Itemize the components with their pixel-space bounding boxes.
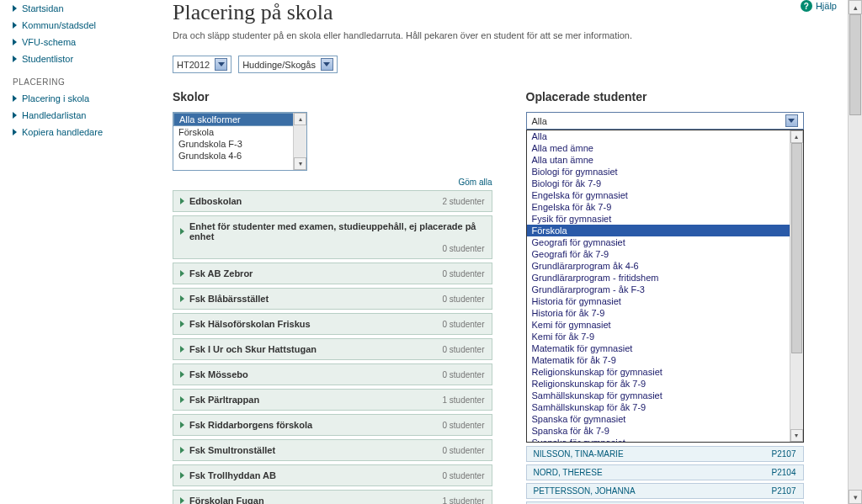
dropdown-option[interactable]: Biologi för åk 7-9 xyxy=(527,178,803,189)
sidebar-item[interactable]: Studentlistor xyxy=(13,50,147,67)
scroll-up-icon[interactable]: ▴ xyxy=(790,130,803,143)
school-row[interactable]: Fsk AB Zebror0 studenter xyxy=(173,263,492,284)
school-name: Fsk Mössebo xyxy=(189,369,248,379)
window-scrollbar[interactable]: ▴ ▾ xyxy=(848,0,862,504)
dropdown-scrollbar[interactable]: ▴ ▾ xyxy=(790,130,803,442)
school-row[interactable]: Edboskolan2 studenter xyxy=(173,190,492,212)
dropdown-option[interactable]: Religionskunskap för gymnasiet xyxy=(527,366,803,378)
sidebar-item[interactable]: VFU-schema xyxy=(13,34,147,50)
school-name: Fsk Pärltrappan xyxy=(189,395,259,405)
help-label: Hjälp xyxy=(816,1,837,11)
unplaced-column: Oplacerade studenter Alla AllaAlla med ä… xyxy=(526,90,846,504)
dropdown-option[interactable]: Kemi för åk 7-9 xyxy=(527,331,803,342)
school-row[interactable]: Fsk Mössebo0 studenter xyxy=(173,363,492,385)
scroll-down-icon[interactable]: ▾ xyxy=(294,157,306,170)
sidebar-item[interactable]: Placering i skola xyxy=(13,90,147,107)
sidebar-item-label: Kopiera handledare xyxy=(22,127,103,137)
sidebar-item-label: Studentlistor xyxy=(22,54,73,64)
dropdown-option[interactable]: Historia för gymnasiet xyxy=(527,295,803,307)
dropdown-option[interactable]: Matematik för åk 7-9 xyxy=(527,354,803,366)
school-name: Fsk Blåbärsstället xyxy=(189,294,269,304)
page-subtitle: Dra och släpp studenter på en skola elle… xyxy=(173,30,845,40)
student-name: PETTERSSON, JOHANNA xyxy=(534,486,636,496)
expand-icon xyxy=(180,228,184,235)
hide-all-link[interactable]: Göm alla xyxy=(173,178,492,187)
dropdown-option[interactable]: Förskola xyxy=(527,225,803,236)
dropdown-option[interactable]: Kemi för gymnasiet xyxy=(527,319,803,331)
scroll-down-icon[interactable]: ▾ xyxy=(849,490,862,504)
dropdown-option[interactable]: Engelska för åk 7-9 xyxy=(527,201,803,213)
dropdown-option[interactable]: Spanska för åk 7-9 xyxy=(527,425,803,437)
dropdown-option[interactable]: Samhällskunskap för gymnasiet xyxy=(527,390,803,401)
chevron-down-icon xyxy=(215,58,227,71)
sidebar-item-label: VFU-schema xyxy=(22,37,76,47)
expand-icon xyxy=(180,270,184,277)
dropdown-option[interactable]: Geografi för åk 7-9 xyxy=(527,248,803,260)
student-code: P2104 xyxy=(772,468,796,477)
listbox-option[interactable]: Förskola xyxy=(173,126,306,138)
school-name: Fsk Riddarborgens förskola xyxy=(189,420,312,430)
student-row[interactable]: PETTERSSON, JOHANNAP2107 xyxy=(526,483,804,499)
listbox-option[interactable]: Grundskola 4-6 xyxy=(173,150,306,162)
area-select[interactable]: Huddinge/Skogås xyxy=(238,56,338,73)
student-count: 1 studenter xyxy=(442,496,484,505)
school-row[interactable]: Fsk I Ur och Skur Hattstugan0 studenter xyxy=(173,338,492,360)
listbox-scrollbar[interactable]: ▴ ▾ xyxy=(293,113,306,170)
subject-dropdown[interactable]: AllaAlla med ämneAlla utan ämneBiologi f… xyxy=(526,130,804,443)
help-link[interactable]: ? Hjälp xyxy=(801,0,837,12)
sidebar-item[interactable]: Kommun/stadsdel xyxy=(13,17,147,34)
dropdown-option[interactable]: Alla xyxy=(527,130,803,142)
sidebar-item[interactable]: Handledarlistan xyxy=(13,107,147,124)
dropdown-option[interactable]: Fysik för gymnasiet xyxy=(527,213,803,225)
sidebar-item[interactable]: Startsidan xyxy=(13,0,147,17)
listbox-option[interactable]: Grundskola F-3 xyxy=(173,138,306,150)
student-row[interactable]: NILSSON, TINA-MARIEP2107 xyxy=(526,446,804,462)
scroll-up-icon[interactable]: ▴ xyxy=(294,113,306,125)
student-row[interactable]: NORD, THERESEP2104 xyxy=(526,464,804,480)
dropdown-option[interactable]: Alla utan ämne xyxy=(527,154,803,166)
student-count: 0 studenter xyxy=(442,471,484,480)
expand-icon xyxy=(180,447,184,454)
term-select[interactable]: HT2012 xyxy=(173,56,231,73)
scroll-up-icon[interactable]: ▴ xyxy=(849,0,862,14)
school-row[interactable]: Enhet för studenter med examen, studieup… xyxy=(173,215,492,259)
school-row[interactable]: Fsk Riddarborgens förskola0 studenter xyxy=(173,414,492,436)
student-count: 0 studenter xyxy=(442,294,484,304)
help-icon: ? xyxy=(801,0,812,12)
dropdown-option[interactable]: Biologi för gymnasiet xyxy=(527,166,803,178)
school-name: Fsk AB Zebror xyxy=(189,268,253,279)
scroll-down-icon[interactable]: ▾ xyxy=(790,429,803,442)
schools-column: Skolor Alla skolformerFörskolaGrundskola… xyxy=(173,90,492,504)
dropdown-option[interactable]: Alla med ämne xyxy=(527,142,803,154)
school-row[interactable]: Förskolan Fugan1 studenter xyxy=(173,490,492,504)
dropdown-option[interactable]: Grundlärarprogram åk 4-6 xyxy=(527,260,803,272)
school-name: Edboskolan xyxy=(189,196,242,206)
dropdown-option[interactable]: Engelska för gymnasiet xyxy=(527,189,803,201)
dropdown-option[interactable]: Grundlärarprogram - fritidshem xyxy=(527,272,803,284)
subject-select[interactable]: Alla xyxy=(526,112,804,130)
listbox-option[interactable]: Alla skolformer xyxy=(173,113,306,126)
dropdown-option[interactable]: Historia för åk 7-9 xyxy=(527,307,803,319)
dropdown-option[interactable]: Matematik för gymnasiet xyxy=(527,342,803,354)
unplaced-heading: Oplacerade studenter xyxy=(526,90,846,103)
school-row[interactable]: Fsk Smultronstället0 studenter xyxy=(173,439,492,461)
schoolform-listbox[interactable]: Alla skolformerFörskolaGrundskola F-3Gru… xyxy=(173,112,307,171)
dropdown-option[interactable]: Grundlärarprogram - åk F-3 xyxy=(527,284,803,295)
sidebar-item[interactable]: Kopiera handledare xyxy=(13,124,147,141)
school-row[interactable]: Fsk Pärltrappan1 studenter xyxy=(173,389,492,411)
school-row[interactable]: Fsk Blåbärsstället0 studenter xyxy=(173,288,492,310)
dropdown-option[interactable]: Svenska för gymnasiet xyxy=(527,437,803,443)
school-row[interactable]: Fsk Trollhyddan AB0 studenter xyxy=(173,464,492,486)
student-code: P2107 xyxy=(772,486,796,496)
dropdown-option[interactable]: Geografi för gymnasiet xyxy=(527,236,803,248)
dropdown-option[interactable]: Samhällskunskap för åk 7-9 xyxy=(527,401,803,413)
dropdown-option[interactable]: Spanska för gymnasiet xyxy=(527,413,803,425)
scroll-thumb[interactable] xyxy=(791,143,802,353)
scroll-thumb[interactable] xyxy=(849,14,861,115)
school-row[interactable]: Fsk Hälsoförskolan Friskus0 studenter xyxy=(173,313,492,335)
schools-heading: Skolor xyxy=(173,90,492,103)
sidebar: StartsidanKommun/stadsdelVFU-schemaStude… xyxy=(0,0,156,504)
dropdown-option[interactable]: Religionskunskap för åk 7-9 xyxy=(527,378,803,390)
student-count: 0 studenter xyxy=(442,320,484,329)
expand-icon xyxy=(180,321,184,327)
